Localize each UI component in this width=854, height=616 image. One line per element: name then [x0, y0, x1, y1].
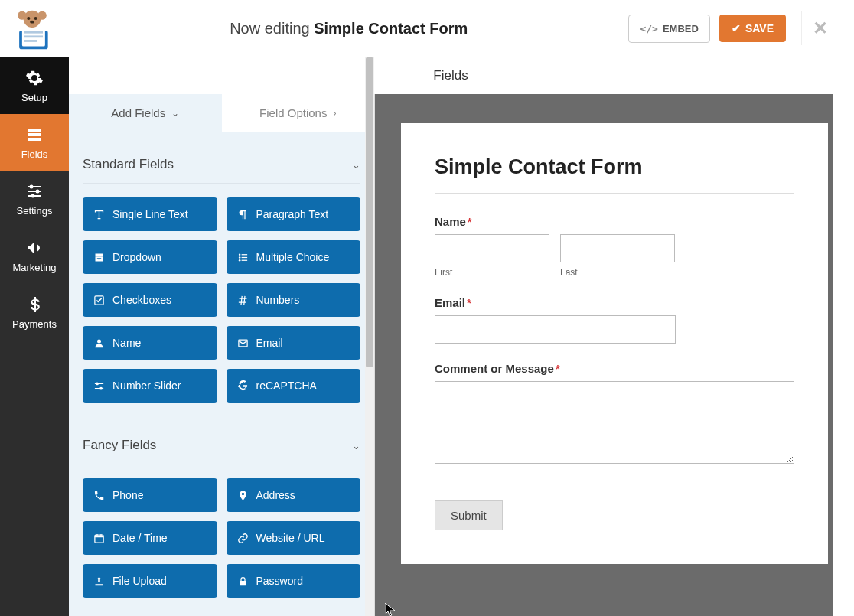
svg-rect-13	[28, 138, 41, 141]
field-type-recaptcha[interactable]: reCAPTCHA	[227, 369, 361, 403]
field-type-label: File Upload	[112, 575, 167, 587]
sidebar-item-label: Setup	[21, 92, 47, 103]
sidebar-item-settings[interactable]: Settings	[0, 171, 69, 227]
form-icon	[25, 125, 44, 144]
svg-rect-12	[28, 133, 41, 136]
field-type-date-time[interactable]: Date / Time	[83, 521, 217, 555]
svg-point-15	[30, 184, 34, 188]
bullhorn-icon	[25, 239, 44, 257]
svg-point-5	[30, 21, 34, 24]
embed-button[interactable]: </> EMBED	[628, 15, 709, 43]
sidebar-item-marketing[interactable]: Marketing	[0, 227, 69, 284]
chevron-down-icon: ⌄	[352, 159, 360, 171]
topbar: Now editing Simple Contact Form </> EMBE…	[0, 0, 854, 57]
tab-field-options[interactable]: Field Options ›	[222, 94, 375, 132]
name-first-input[interactable]	[435, 234, 549, 262]
field-type-label: Paragraph Text	[256, 208, 329, 220]
check-icon: ✔	[732, 22, 741, 34]
svg-rect-9	[24, 35, 43, 37]
link-icon	[237, 533, 249, 544]
field-type-label: reCAPTCHA	[256, 380, 317, 392]
fields-panel: Add Fields ⌄ Field Options › Standard Fi…	[69, 94, 375, 616]
topbar-actions: </> EMBED ✔ SAVE ✕	[628, 11, 854, 45]
field-type-number-slider[interactable]: Number Slider	[83, 369, 217, 403]
field-type-label: Address	[256, 489, 295, 501]
sidebar-item-label: Settings	[17, 205, 53, 217]
svg-point-20	[238, 253, 240, 256]
save-button[interactable]: ✔ SAVE	[719, 15, 786, 42]
field-type-label: Phone	[112, 489, 143, 501]
editing-form-name: Simple Contact Form	[314, 20, 468, 37]
text-icon	[93, 209, 105, 220]
embed-label: EMBED	[663, 23, 699, 34]
field-type-label: Date / Time	[112, 532, 168, 544]
comment-textarea[interactable]	[435, 381, 794, 464]
field-type-email[interactable]: Email	[227, 326, 361, 360]
svg-rect-34	[240, 580, 246, 585]
panel-scrollbar[interactable]	[365, 57, 374, 616]
phone-icon	[93, 490, 105, 501]
section-header-fancy[interactable]: Fancy Fields ⌄	[83, 430, 360, 464]
svg-point-22	[238, 256, 240, 259]
lock-icon	[237, 575, 249, 587]
paragraph-icon	[237, 209, 249, 220]
sliders-icon	[25, 182, 44, 200]
field-type-name[interactable]: Name	[83, 326, 217, 360]
svg-rect-11	[28, 129, 41, 132]
field-type-file-upload[interactable]: File Upload	[83, 564, 217, 598]
sidebar-item-payments[interactable]: Payments	[0, 284, 69, 341]
form-title: Simple Contact Form	[435, 155, 794, 194]
name-last-input[interactable]	[560, 234, 675, 262]
hash-icon	[237, 295, 249, 306]
google-icon	[237, 380, 249, 392]
chevron-right-icon: ›	[333, 108, 336, 119]
field-type-phone[interactable]: Phone	[83, 478, 217, 512]
field-type-label: Numbers	[256, 294, 300, 306]
field-type-paragraph-text[interactable]: Paragraph Text	[227, 197, 361, 231]
form-preview: Simple Contact Form Name* First Last Ema…	[375, 94, 854, 616]
editing-label: Now editing	[230, 20, 314, 37]
field-name[interactable]: Name* First Last	[435, 215, 794, 278]
svg-rect-33	[95, 535, 103, 543]
code-icon: </>	[640, 23, 657, 34]
svg-point-3	[27, 17, 30, 20]
field-type-dropdown[interactable]: Dropdown	[83, 240, 217, 274]
list-icon	[237, 252, 249, 263]
field-type-label: Checkboxes	[112, 294, 171, 306]
field-type-label: Email	[256, 337, 283, 349]
calendar-icon	[93, 533, 105, 544]
svg-rect-21	[241, 254, 247, 255]
field-type-label: Single Line Text	[112, 208, 188, 220]
field-type-single-line-text[interactable]: Single Line Text	[83, 197, 217, 231]
field-type-checkboxes[interactable]: Checkboxes	[83, 283, 217, 317]
svg-point-19	[31, 194, 35, 197]
email-label: Email*	[435, 296, 794, 309]
svg-point-17	[36, 189, 40, 193]
chevron-down-icon: ⌄	[171, 108, 179, 119]
section-title-text: Fancy Fields	[83, 438, 156, 453]
slider-icon	[93, 380, 105, 392]
field-email[interactable]: Email*	[435, 296, 794, 344]
field-type-password[interactable]: Password	[227, 564, 361, 598]
field-comment[interactable]: Comment or Message*	[435, 362, 794, 467]
email-input[interactable]	[435, 315, 676, 344]
svg-point-30	[96, 382, 99, 385]
field-type-label: Multiple Choice	[256, 251, 330, 263]
sidebar-item-label: Fields	[21, 148, 48, 160]
section-header-standard[interactable]: Standard Fields ⌄	[83, 149, 360, 184]
field-type-label: Password	[256, 575, 303, 587]
sidebar-item-fields[interactable]: Fields	[0, 114, 69, 171]
check-icon	[93, 295, 105, 306]
field-type-numbers[interactable]: Numbers	[227, 283, 361, 317]
field-type-multiple-choice[interactable]: Multiple Choice	[227, 240, 361, 274]
svg-point-1	[18, 11, 26, 20]
tab-add-fields[interactable]: Add Fields ⌄	[69, 94, 222, 132]
sidebar-item-setup[interactable]: Setup	[0, 57, 69, 114]
field-type-label: Number Slider	[112, 380, 181, 392]
field-type-address[interactable]: Address	[227, 478, 361, 512]
submit-button[interactable]: Submit	[435, 500, 503, 530]
svg-point-2	[38, 11, 47, 20]
section-title-text: Standard Fields	[83, 157, 174, 172]
dropdown-icon	[93, 252, 105, 263]
field-type-website-url[interactable]: Website / URL	[227, 521, 361, 555]
